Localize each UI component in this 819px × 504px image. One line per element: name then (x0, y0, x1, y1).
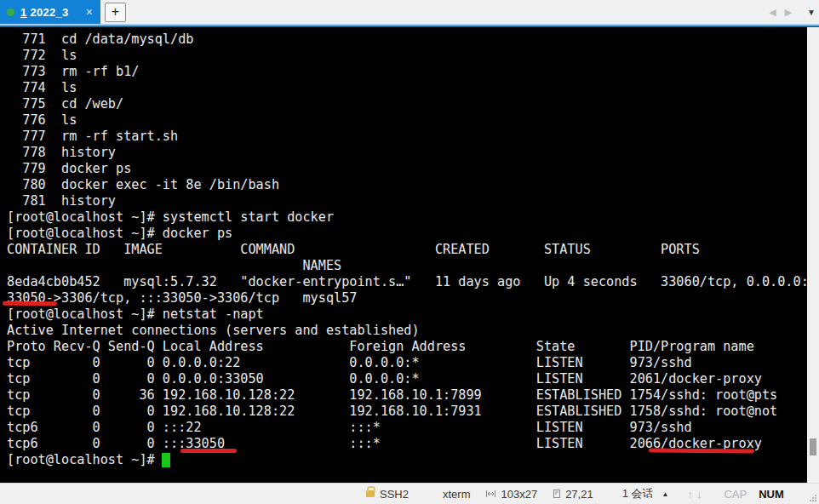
terminal-line: tcp6 0 0 :::22 :::* LISTEN 973/sshd (7, 420, 807, 436)
terminal-line: 775 cd /web/ (7, 96, 807, 112)
terminal-line: NAMES (7, 258, 807, 274)
terminal-window: 1 2022_3 × + ◀ ▶ ▼ 771 cd /data/mysql/db… (0, 0, 819, 504)
terminal-line: [root@localhost ~]# docker ps (7, 226, 807, 242)
tab-bar: 1 2022_3 × + ◀ ▶ ▼ (0, 0, 819, 24)
protocol-indicator: SSH2 (366, 488, 409, 501)
num-lock-label: NUM (759, 488, 784, 501)
terminal-type-indicator: xterm (443, 488, 471, 501)
tab-label: 1 2022_3 (20, 6, 69, 19)
terminal-line: tcp 0 0 0.0.0.0:33050 0.0.0.0:* LISTEN 2… (7, 371, 807, 387)
annotation-underline-33050-ports (3, 301, 57, 306)
terminal-line: 33050->3306/tcp, :::33050->3306/tcp mysq… (7, 290, 807, 306)
new-tab-button[interactable]: + (105, 3, 126, 22)
scroll-shortcut-arrows: ↑ ↓ (687, 488, 705, 501)
cursor-position-indicator: 27,21 (553, 488, 593, 501)
terminal-line: 781 history (7, 193, 807, 209)
cursor-position-icon (553, 489, 561, 499)
terminal-line: 772 ls (7, 48, 807, 64)
terminal-line: CONTAINER ID IMAGE COMMAND CREATED STATU… (7, 242, 807, 258)
scroll-up-icon[interactable]: ↑ (687, 488, 696, 501)
tab-close-icon[interactable]: × (85, 6, 94, 18)
scrollbar-thumb[interactable] (810, 438, 816, 455)
terminal-size-value: 103x27 (501, 488, 537, 501)
scroll-down-icon[interactable]: ↓ (696, 488, 706, 501)
tab-session-2022-3[interactable]: 1 2022_3 × (0, 0, 100, 24)
cursor-position-value: 27,21 (565, 488, 593, 501)
tab-list-dropdown-icon[interactable]: ▼ (807, 8, 816, 17)
caps-lock-label: CAP (724, 488, 747, 501)
annotation-underline-33050-tcp6 (180, 449, 237, 453)
caps-lock-indicator: CAP (724, 488, 747, 501)
protocol-label: SSH2 (380, 488, 409, 501)
scroll-tabs-left-icon[interactable]: ◀ (769, 7, 776, 18)
terminal-line: Proto Recv-Q Send-Q Local Address Foreig… (7, 339, 807, 355)
terminal-cursor (162, 453, 170, 467)
connected-indicator-icon (7, 9, 14, 16)
lock-icon (366, 490, 375, 497)
status-bar: SSH2 xterm 103x27 27,21 1 会话 ▲ ↑ ↓ CAP (0, 483, 819, 504)
terminal-line: 774 ls (7, 80, 807, 96)
terminal-line: [root@localhost ~]# netstat -napt (7, 306, 807, 323)
session-count-label: 1 会话 (622, 486, 654, 501)
terminal-area: 771 cd /data/mysql/db 772 ls 773 rm -rf … (0, 27, 819, 483)
terminal-line: 779 docker ps (7, 161, 807, 177)
annotation-underline-docker-proxy (649, 449, 754, 454)
terminal-line: 778 history (7, 145, 807, 161)
terminal-line: tcp 0 0 0.0.0.0:22 0.0.0.0:* LISTEN 973/… (7, 355, 807, 371)
terminal-line: 773 rm -rf b1/ (7, 64, 807, 80)
terminal-line: tcp 0 36 192.168.10.128:22 192.168.10.1:… (7, 387, 807, 404)
session-count[interactable]: 1 会话 ▲ (622, 486, 669, 501)
terminal-line: [root@localhost ~]# (7, 452, 807, 468)
terminal-line: 8eda4cb0b452 mysql:5.7.32 "docker-entryp… (7, 274, 807, 290)
terminal-line: 777 rm -rf start.sh (7, 129, 807, 145)
resize-dimensions-icon (485, 489, 496, 499)
terminal-line: 776 ls (7, 112, 807, 129)
tab-nav-controls: ◀ ▶ ▼ (769, 0, 816, 24)
terminal-line: 771 cd /data/mysql/db (7, 32, 807, 48)
tab-session-name: 2022_3 (30, 6, 68, 19)
session-collapse-icon[interactable]: ▲ (662, 490, 669, 498)
scrollbar[interactable] (807, 27, 819, 483)
tab-number: 1 (20, 6, 27, 19)
terminal-output[interactable]: 771 cd /data/mysql/db 772 ls 773 rm -rf … (0, 27, 807, 483)
terminal-type-label: xterm (443, 488, 471, 501)
terminal-line: Active Internet connections (servers and… (7, 323, 807, 339)
scroll-tabs-right-icon[interactable]: ▶ (785, 7, 792, 18)
terminal-line: [root@localhost ~]# systemctl start dock… (7, 209, 807, 226)
terminal-size-indicator: 103x27 (485, 488, 537, 501)
num-lock-indicator: NUM (759, 488, 784, 501)
window-resize-grip[interactable] (809, 494, 816, 501)
terminal-line: tcp 0 0 192.168.10.128:22 192.168.10.1:7… (7, 404, 807, 420)
terminal-line: 780 docker exec -it 8e /bin/bash (7, 177, 807, 193)
